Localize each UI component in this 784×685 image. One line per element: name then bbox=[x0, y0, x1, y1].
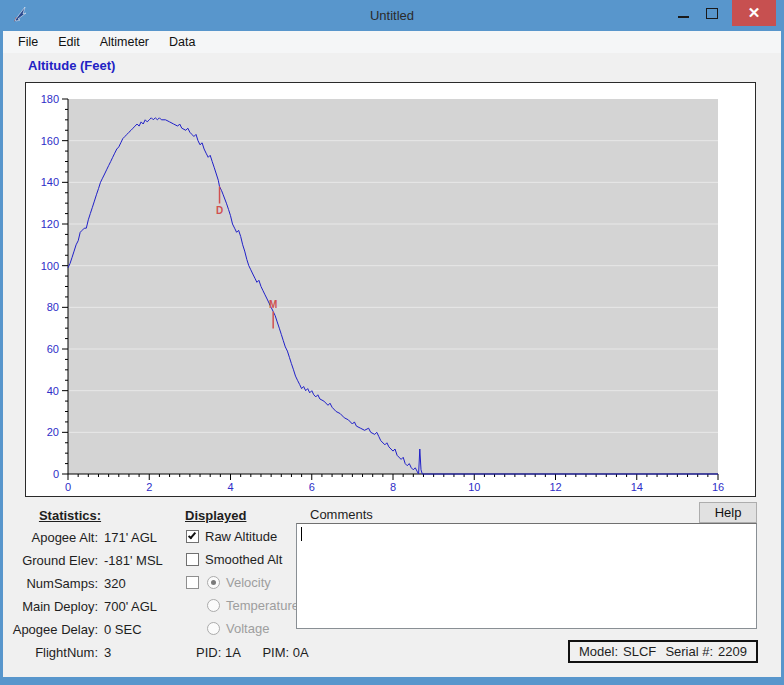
stat-value: 0 SEC bbox=[104, 622, 142, 637]
stat-label: Main Deploy: bbox=[10, 599, 98, 614]
svg-text:14: 14 bbox=[631, 481, 643, 493]
temperature-label: Temperature bbox=[226, 598, 299, 613]
svg-text:160: 160 bbox=[41, 135, 59, 147]
rocket-app-icon[interactable] bbox=[10, 5, 30, 25]
titlebar[interactable]: Untitled ✕ bbox=[0, 0, 784, 31]
comments-label: Comments bbox=[310, 507, 373, 522]
altitude-chart-panel: 0204060801001201401601800246810121416DM bbox=[25, 82, 756, 497]
svg-text:80: 80 bbox=[47, 301, 59, 313]
svg-text:140: 140 bbox=[41, 176, 59, 188]
voltage-label: Voltage bbox=[226, 621, 269, 636]
svg-text:0: 0 bbox=[53, 468, 59, 480]
rocket-body bbox=[15, 7, 26, 21]
svg-text:100: 100 bbox=[41, 260, 59, 272]
displayed-header: Displayed bbox=[185, 508, 246, 523]
svg-text:16: 16 bbox=[712, 481, 724, 493]
stat-value: 171' AGL bbox=[104, 530, 157, 545]
chart-title: Altitude (Feet) bbox=[28, 58, 115, 73]
temperature-row: Temperature bbox=[207, 598, 299, 613]
stat-value: 700' AGL bbox=[104, 599, 157, 614]
pid-value: 1A bbox=[225, 645, 241, 660]
minimize-icon bbox=[678, 16, 689, 18]
radio-dot bbox=[211, 580, 216, 585]
close-icon: ✕ bbox=[748, 0, 761, 26]
stat-label: Ground Elev: bbox=[10, 553, 98, 568]
window-frame-bottom bbox=[0, 677, 784, 685]
temperature-radio bbox=[207, 599, 220, 612]
window-title: Untitled bbox=[0, 0, 784, 31]
menu-edit[interactable]: Edit bbox=[48, 33, 90, 51]
model-label: Model: bbox=[579, 644, 618, 659]
svg-text:10: 10 bbox=[468, 481, 480, 493]
window-frame-left bbox=[0, 0, 3, 685]
svg-text:0: 0 bbox=[65, 481, 71, 493]
stat-value: 320 bbox=[104, 576, 126, 591]
stat-label: NumSamps: bbox=[10, 576, 98, 591]
pid-pim-row: PID: 1A PIM: 0A bbox=[196, 645, 309, 660]
raw-altitude-label[interactable]: Raw Altitude bbox=[205, 529, 277, 544]
smoothed-alt-label[interactable]: Smoothed Alt bbox=[205, 552, 282, 567]
checkmark-icon bbox=[188, 531, 196, 540]
smoothed-alt-checkbox[interactable] bbox=[186, 553, 199, 566]
minimize-button[interactable] bbox=[670, 0, 696, 26]
raw-altitude-checkbox[interactable] bbox=[186, 530, 199, 543]
text-caret bbox=[301, 527, 302, 541]
svg-text:120: 120 bbox=[41, 218, 59, 230]
menu-data[interactable]: Data bbox=[159, 33, 205, 51]
svg-text:12: 12 bbox=[549, 481, 561, 493]
menu-altimeter[interactable]: Altimeter bbox=[90, 33, 159, 51]
serial-label: Serial #: bbox=[665, 644, 713, 659]
svg-text:8: 8 bbox=[390, 481, 396, 493]
svg-text:6: 6 bbox=[309, 481, 315, 493]
velocity-row: Velocity bbox=[186, 575, 271, 590]
app-window: Untitled ✕ File Edit Altimeter Data Alti… bbox=[0, 0, 784, 685]
raw-altitude-row: Raw Altitude bbox=[186, 529, 277, 544]
stat-value: -181' MSL bbox=[104, 553, 163, 568]
aux-series-checkbox[interactable] bbox=[186, 576, 199, 589]
menubar: File Edit Altimeter Data bbox=[3, 31, 781, 53]
stat-label: Apogee Alt: bbox=[10, 530, 98, 545]
velocity-label: Velocity bbox=[226, 575, 271, 590]
svg-text:20: 20 bbox=[47, 426, 59, 438]
model-value: SLCF bbox=[623, 644, 656, 659]
svg-text:D: D bbox=[216, 205, 223, 216]
svg-text:60: 60 bbox=[47, 343, 59, 355]
pim-label: PIM: bbox=[262, 645, 289, 660]
maximize-button[interactable] bbox=[698, 0, 726, 26]
svg-text:40: 40 bbox=[47, 385, 59, 397]
stat-label: FlightNum: bbox=[10, 645, 98, 660]
serial-value: 2209 bbox=[718, 644, 747, 659]
statistics-header: Statistics: bbox=[20, 508, 120, 523]
help-button[interactable]: Help bbox=[699, 502, 757, 523]
svg-text:M: M bbox=[269, 299, 277, 310]
stat-label: Apogee Delay: bbox=[10, 622, 98, 637]
velocity-radio bbox=[207, 576, 220, 589]
menu-file[interactable]: File bbox=[8, 33, 48, 51]
altitude-chart-svg: 0204060801001201401601800246810121416DM bbox=[26, 83, 755, 496]
smoothed-alt-row: Smoothed Alt bbox=[186, 552, 282, 567]
stat-value: 3 bbox=[104, 645, 111, 660]
svg-text:2: 2 bbox=[146, 481, 152, 493]
svg-text:180: 180 bbox=[41, 93, 59, 105]
voltage-row: Voltage bbox=[207, 621, 269, 636]
comments-textarea[interactable] bbox=[296, 523, 757, 629]
voltage-radio bbox=[207, 622, 220, 635]
pim-value: 0A bbox=[293, 645, 309, 660]
close-button[interactable]: ✕ bbox=[732, 0, 776, 26]
pid-label: PID: bbox=[196, 645, 221, 660]
device-info-box: Model: SLCF Serial #: 2209 bbox=[568, 640, 758, 663]
maximize-icon bbox=[706, 8, 718, 19]
svg-text:4: 4 bbox=[227, 481, 233, 493]
